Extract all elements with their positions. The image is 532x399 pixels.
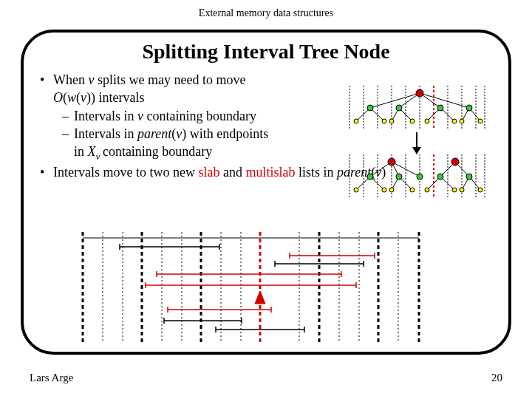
text: When xyxy=(53,72,88,87)
term-multislab: multislab xyxy=(245,165,295,180)
slide-frame: Splitting Interval Tree Node • When v sp… xyxy=(21,30,511,355)
svg-point-73 xyxy=(425,188,429,192)
text: )) intervals xyxy=(86,90,144,105)
svg-point-74 xyxy=(452,188,457,192)
big-o: O xyxy=(53,90,63,105)
svg-point-32 xyxy=(425,119,429,123)
svg-point-72 xyxy=(410,188,415,192)
svg-point-76 xyxy=(478,188,482,192)
page-header: External memory data structures xyxy=(0,0,532,19)
svg-point-26 xyxy=(437,105,443,111)
svg-point-68 xyxy=(466,174,472,180)
text: Intervals in xyxy=(74,109,137,123)
text: splits we may need to move xyxy=(94,72,245,87)
svg-point-67 xyxy=(437,174,443,180)
svg-point-66 xyxy=(417,174,423,180)
svg-marker-37 xyxy=(412,147,421,154)
svg-point-35 xyxy=(478,119,482,123)
svg-point-24 xyxy=(367,105,373,111)
text: lists in xyxy=(295,165,337,180)
svg-point-23 xyxy=(416,89,423,97)
arrow-down-icon xyxy=(409,132,424,154)
dash-icon: – xyxy=(62,107,74,125)
text: and xyxy=(219,165,245,180)
text: ) with endpoints xyxy=(182,126,268,141)
bullet-dot-icon: • xyxy=(40,71,53,107)
svg-point-62 xyxy=(388,158,395,166)
dash-icon: – xyxy=(62,125,74,163)
interval-slab-diagram xyxy=(83,232,423,343)
svg-point-71 xyxy=(389,188,394,192)
text: containing boundary xyxy=(143,109,256,123)
svg-point-30 xyxy=(389,119,394,123)
svg-point-75 xyxy=(460,188,464,192)
svg-point-69 xyxy=(354,188,358,192)
text: containing boundary xyxy=(103,144,212,159)
bullet-dot-icon: • xyxy=(40,163,53,181)
svg-point-34 xyxy=(460,119,464,123)
var-w: w xyxy=(67,90,76,105)
slide-title: Splitting Interval Tree Node xyxy=(40,40,492,64)
text: Intervals in xyxy=(74,126,137,141)
term-slab: slab xyxy=(198,165,219,180)
var-X: X xyxy=(88,144,96,159)
footer-author: Lars Arge xyxy=(30,372,73,384)
svg-point-63 xyxy=(451,158,459,166)
svg-point-64 xyxy=(367,174,373,180)
mini-tree-before xyxy=(346,86,486,130)
subscript-v: v xyxy=(96,151,103,162)
svg-point-25 xyxy=(396,105,402,111)
svg-marker-119 xyxy=(255,291,265,304)
svg-point-33 xyxy=(452,119,457,123)
var-v: v xyxy=(137,109,143,123)
svg-point-29 xyxy=(382,119,386,123)
text: Intervals move to two new xyxy=(53,165,198,180)
svg-point-27 xyxy=(466,105,472,111)
svg-point-70 xyxy=(382,188,386,192)
var-v: v xyxy=(81,90,86,105)
svg-point-65 xyxy=(396,174,402,180)
var-parent: parent xyxy=(137,126,171,141)
mini-tree-after xyxy=(346,154,486,199)
footer-page-number: 20 xyxy=(491,372,502,384)
svg-point-28 xyxy=(354,119,358,123)
text: in xyxy=(74,144,88,159)
svg-point-31 xyxy=(410,119,415,123)
